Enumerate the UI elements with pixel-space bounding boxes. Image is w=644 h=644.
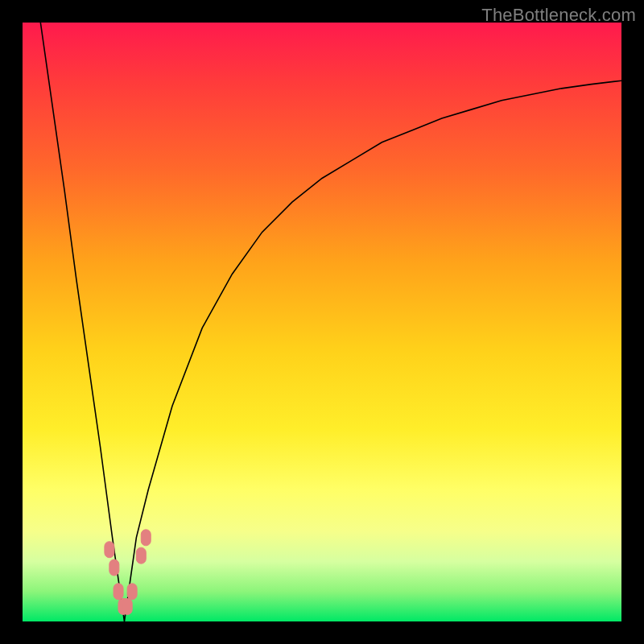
curve-marker — [127, 584, 137, 600]
curve-marker — [136, 547, 146, 564]
curve-marker — [141, 530, 151, 546]
curve-marker — [109, 559, 119, 576]
plot-area — [23, 23, 621, 621]
marker-group — [105, 530, 151, 615]
bottleneck-curve — [40, 23, 621, 621]
curve-marker — [105, 542, 114, 558]
chart-svg — [23, 23, 621, 621]
curve-marker — [122, 598, 132, 614]
chart-frame: TheBottleneck.com — [0, 0, 644, 644]
watermark-text: TheBottleneck.com — [481, 5, 636, 26]
curve-marker — [114, 584, 123, 600]
